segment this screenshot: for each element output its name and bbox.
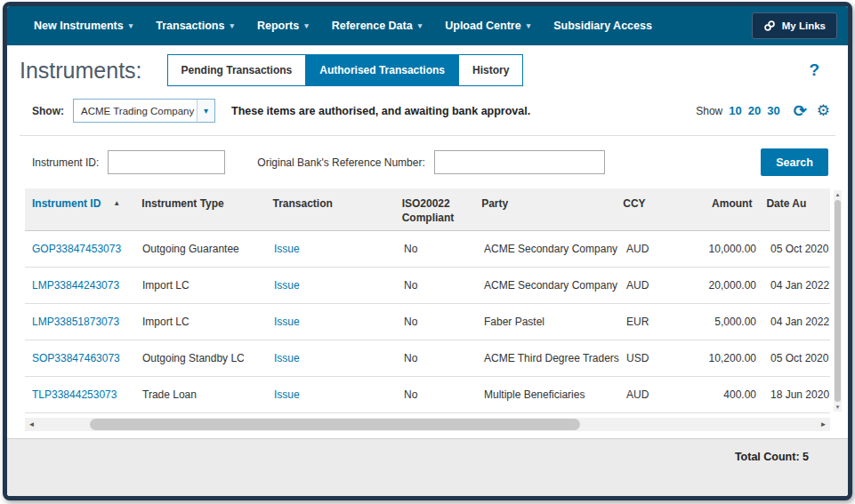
scroll-right-icon[interactable]: ► — [817, 418, 830, 431]
ccy-cell: AUD — [619, 388, 687, 401]
column-header-label: CCY — [623, 197, 645, 210]
amount-cell: 10,200.00 — [687, 352, 763, 364]
vertical-scrollbar[interactable]: ▲ ▼ — [834, 190, 842, 412]
date-authorised-cell: 18 Jun 2020 — [763, 388, 830, 401]
column-header-label: Instrument ID — [32, 197, 101, 210]
transaction-link[interactable]: Issue — [267, 316, 397, 328]
page-size-options: 102030 — [729, 104, 779, 117]
column-header[interactable]: CCY — [616, 196, 683, 211]
horizontal-scrollbar[interactable]: ◄ ► — [25, 418, 830, 431]
iso20022-cell: No — [397, 316, 477, 328]
amount-cell: 5,000.00 — [687, 316, 763, 328]
horizontal-scroll-track[interactable] — [38, 418, 817, 431]
page-size-option-10[interactable]: 10 — [729, 104, 741, 117]
party-cell: Faber Pastel — [477, 316, 619, 328]
date-authorised-cell: 05 Oct 2020 — [763, 352, 830, 364]
instruments-table: Instrument ID▲Instrument TypeTransaction… — [25, 188, 830, 413]
instrument-id-link[interactable]: SOP33847463073 — [25, 352, 135, 364]
column-header-label: Instrument Type — [141, 197, 223, 210]
instrument-type-cell: Trade Loan — [135, 388, 267, 401]
transaction-link[interactable]: Issue — [267, 243, 397, 255]
company-dropdown-value: ACME Trading Company — [74, 100, 197, 122]
column-header[interactable]: Transaction — [265, 196, 394, 211]
table-row: LMP33851873073Import LCIssueNoFaber Past… — [25, 304, 830, 340]
nav-item-subsidiary-access[interactable]: Subsidiary Access — [553, 20, 652, 32]
transaction-link[interactable]: Issue — [267, 388, 397, 401]
transaction-link[interactable]: Issue — [267, 279, 397, 292]
column-header[interactable]: Instrument Type — [134, 196, 265, 211]
chevron-down-icon: ▾ — [418, 21, 423, 30]
iso20022-cell: No — [397, 243, 477, 255]
nav-item-new-instruments[interactable]: New Instruments▾ — [34, 20, 133, 32]
transaction-link[interactable]: Issue — [267, 352, 397, 364]
scroll-left-icon[interactable]: ◄ — [25, 418, 38, 431]
page-size-label: Show — [696, 105, 722, 117]
instrument-id-link[interactable]: GOP33847453073 — [25, 243, 135, 255]
chevron-down-icon: ▾ — [197, 100, 214, 122]
nav-items: New Instruments▾Transactions▾Reports▾Ref… — [34, 20, 752, 32]
instrument-type-cell: Outgoing Standby LC — [135, 352, 267, 364]
amount-cell: 10,000.00 — [687, 243, 763, 255]
party-cell: Multiple Beneficiaries — [477, 388, 619, 401]
nav-item-transactions[interactable]: Transactions▾ — [156, 20, 234, 32]
reference-number-input[interactable] — [434, 150, 605, 174]
iso20022-cell: No — [397, 279, 477, 292]
divider — [20, 135, 835, 136]
footer: Total Count: 5 — [7, 438, 848, 496]
header-row: Instruments: Pending TransactionsAuthori… — [25, 54, 830, 86]
search-button[interactable]: Search — [761, 148, 828, 176]
scroll-down-icon[interactable]: ▼ — [834, 403, 842, 412]
horizontal-scroll-thumb[interactable] — [90, 419, 580, 430]
instrument-id-link[interactable]: TLP33844253073 — [25, 388, 135, 401]
page-title: Instruments: — [20, 58, 142, 84]
instrument-id-link[interactable]: LMP33851873073 — [25, 316, 135, 328]
ccy-cell: AUD — [619, 279, 687, 292]
column-header[interactable]: Date Au — [759, 196, 830, 211]
column-header-label: Amount — [712, 197, 752, 210]
column-header-label: Party — [481, 197, 508, 210]
iso20022-cell: No — [397, 388, 477, 401]
ccy-cell: EUR — [619, 316, 687, 328]
tab-history[interactable]: History — [459, 54, 523, 86]
refresh-icon[interactable]: ⟳ — [794, 103, 807, 119]
column-header[interactable]: Amount — [683, 196, 760, 211]
help-icon[interactable]: ? — [809, 60, 819, 80]
nav-item-reference-data[interactable]: Reference Data▾ — [332, 20, 423, 32]
page-size-option-20[interactable]: 20 — [748, 104, 761, 117]
show-label: Show: — [32, 105, 64, 117]
app-window: New Instruments▾Transactions▾Reports▾Ref… — [3, 2, 852, 500]
gear-icon[interactable]: ⚙ — [817, 103, 830, 118]
chevron-down-icon: ▾ — [129, 21, 133, 30]
sort-ascending-icon: ▲ — [113, 199, 120, 207]
tab-bar: Pending TransactionsAuthorised Transacti… — [167, 54, 524, 86]
column-header[interactable]: Party — [474, 196, 616, 211]
vertical-scroll-thumb[interactable] — [835, 200, 841, 402]
company-dropdown[interactable]: ACME Trading Company ▾ — [73, 99, 215, 123]
table-header: Instrument ID▲Instrument TypeTransaction… — [25, 188, 830, 231]
nav-item-reports[interactable]: Reports▾ — [257, 20, 309, 32]
date-authorised-cell: 04 Jan 2022 — [763, 279, 830, 292]
scroll-up-icon[interactable]: ▲ — [834, 190, 842, 199]
nav-item-upload-centre[interactable]: Upload Centre▾ — [445, 20, 530, 32]
instrument-id-link[interactable]: LMP33844243073 — [25, 279, 135, 292]
column-header[interactable]: Instrument ID▲ — [25, 196, 134, 211]
total-count: Total Count: 5 — [7, 439, 848, 463]
links-chain-icon — [763, 20, 776, 32]
my-links-button[interactable]: My Links — [752, 12, 837, 39]
column-header-label: ISO20022 Compliant — [402, 197, 455, 224]
column-header[interactable]: ISO20022 Compliant — [395, 196, 475, 225]
date-authorised-cell: 05 Oct 2020 — [763, 243, 830, 255]
amount-cell: 20,000.00 — [687, 279, 763, 292]
party-cell: ACME Secondary Company — [477, 279, 619, 292]
page-size-option-30[interactable]: 30 — [767, 104, 779, 117]
instrument-type-cell: Outgoing Guarantee — [135, 243, 267, 255]
tab-pending-transactions[interactable]: Pending Transactions — [167, 54, 307, 86]
column-header-label: Transaction — [272, 197, 332, 210]
tab-authorised-transactions[interactable]: Authorised Transactions — [306, 54, 459, 86]
instrument-type-cell: Import LC — [135, 279, 267, 292]
date-authorised-cell: 04 Jan 2022 — [763, 316, 830, 328]
amount-cell: 400.00 — [687, 388, 763, 401]
reference-number-label: Original Bank's Reference Number: — [257, 156, 424, 169]
instrument-id-input[interactable] — [108, 150, 225, 174]
nav-item-label: Upload Centre — [445, 20, 520, 32]
